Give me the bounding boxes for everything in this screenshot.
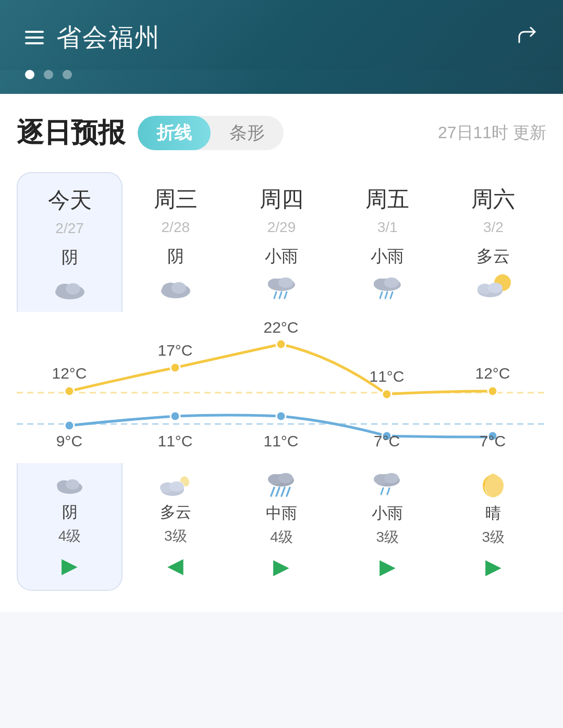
night-col-3: 小雨 3级 ▶ (335, 463, 440, 591)
wind-level-0: 4级 (58, 526, 81, 546)
days-grid: 今天 2/27 阴 周三 2/28 阴 (17, 172, 546, 312)
update-time: 27日11时 更新 (438, 122, 546, 144)
night-desc-4: 晴 (485, 503, 501, 524)
dot-3[interactable] (63, 70, 72, 79)
day-icon-3 (366, 273, 408, 300)
svg-text:12°C: 12°C (52, 365, 87, 382)
day-name-1: 周三 (154, 185, 198, 214)
svg-text:11°C: 11°C (369, 368, 404, 385)
section-header: 逐日预报 折线 条形 27日11时 更新 (17, 115, 546, 151)
toggle-line-btn[interactable]: 折线 (138, 116, 211, 150)
svg-point-27 (488, 386, 497, 396)
share-icon[interactable] (515, 23, 538, 52)
dot-2[interactable] (44, 70, 53, 79)
svg-point-8 (278, 277, 293, 288)
day-col-today: 今天 2/27 阴 (17, 172, 123, 312)
day-desc-3: 小雨 (371, 245, 404, 268)
day-desc-0: 阴 (62, 246, 78, 269)
section-title: 逐日预报 (17, 115, 125, 151)
svg-line-16 (385, 292, 387, 298)
day-date-3: 3/1 (377, 219, 398, 236)
wind-level-1: 3级 (164, 526, 187, 546)
night-desc-3: 小雨 (372, 503, 403, 524)
day-name-3: 周五 (365, 185, 409, 214)
svg-point-25 (276, 339, 286, 349)
svg-line-54 (276, 488, 279, 496)
day-desc-1: 阴 (167, 245, 184, 268)
night-icon-3 (369, 471, 406, 499)
wind-dir-2[interactable]: ▶ (273, 554, 289, 578)
day-date-0: 2/27 (55, 220, 84, 237)
wind-dir-4[interactable]: ▶ (485, 554, 501, 578)
wind-level-4: 3级 (482, 527, 505, 547)
svg-line-53 (271, 488, 274, 496)
chart-toggle: 折线 条形 (138, 116, 284, 150)
svg-line-11 (285, 292, 287, 298)
svg-text:22°C: 22°C (263, 319, 298, 336)
svg-point-34 (65, 421, 74, 430)
svg-text:11°C: 11°C (263, 432, 298, 450)
header-left: 省会福州 (25, 21, 161, 54)
day-date-1: 2/28 (162, 219, 190, 236)
night-col-4: 晴 3级 ▶ (440, 463, 546, 591)
svg-text:12°C: 12°C (475, 365, 510, 382)
svg-line-60 (381, 488, 383, 494)
day-desc-2: 小雨 (265, 245, 298, 268)
day-name-4: 周六 (471, 185, 515, 214)
svg-text:9°C: 9°C (56, 432, 82, 450)
night-grid: 阴 4级 ▶ 多云 3级 ◀ (17, 463, 546, 591)
svg-point-59 (384, 473, 399, 483)
svg-line-61 (387, 488, 389, 494)
header: 省会福州 (0, 0, 563, 70)
day-desc-4: 多云 (476, 245, 510, 268)
weather-section: 今天 2/27 阴 周三 2/28 阴 (17, 172, 546, 591)
night-desc-2: 中雨 (266, 503, 297, 524)
day-icon-4 (472, 273, 514, 300)
day-date-2: 2/29 (267, 219, 296, 236)
svg-point-2 (66, 283, 80, 295)
night-icon-1 (157, 471, 194, 498)
wind-dir-3[interactable]: ▶ (380, 554, 396, 578)
day-icon-0 (49, 274, 91, 301)
svg-text:7°C: 7°C (374, 432, 400, 450)
svg-text:11°C: 11°C (157, 432, 192, 450)
svg-line-56 (287, 488, 290, 496)
svg-line-9 (274, 292, 276, 298)
svg-point-24 (170, 363, 180, 372)
svg-point-21 (488, 283, 503, 293)
svg-point-14 (384, 277, 399, 288)
temp-chart-area: 12°C 17°C 22°C 11°C 12°C (17, 312, 546, 458)
night-icon-2 (263, 471, 300, 499)
day-name-0: 今天 (48, 186, 92, 215)
svg-line-10 (279, 292, 282, 298)
svg-point-23 (65, 386, 74, 396)
day-name-2: 周四 (260, 185, 303, 214)
night-desc-0: 阴 (62, 502, 78, 523)
wind-level-2: 4级 (270, 527, 293, 547)
night-col-1: 多云 3级 ◀ (123, 463, 228, 591)
city-title: 省会福州 (56, 21, 161, 54)
svg-line-17 (390, 292, 393, 298)
svg-line-15 (380, 292, 382, 298)
svg-point-26 (382, 390, 391, 399)
wind-dir-1[interactable]: ◀ (167, 553, 183, 577)
svg-point-46 (66, 479, 79, 490)
toggle-bar-btn[interactable]: 条形 (211, 116, 284, 150)
day-col-2: 周四 2/29 小雨 (228, 172, 334, 312)
svg-text:17°C: 17°C (157, 342, 192, 359)
day-col-1: 周三 2/28 阴 (123, 172, 228, 312)
wind-level-3: 3级 (376, 527, 399, 547)
svg-point-49 (169, 481, 184, 492)
night-col-today: 阴 4级 ▶ (17, 463, 123, 591)
svg-point-52 (278, 473, 293, 483)
night-icon-4 (474, 471, 512, 499)
main-content: 逐日预报 折线 条形 27日11时 更新 今天 2/27 阴 (0, 94, 563, 612)
wind-dir-0[interactable]: ▶ (62, 553, 78, 577)
svg-text:7°C: 7°C (480, 432, 506, 450)
day-icon-2 (261, 273, 302, 300)
svg-point-36 (276, 411, 286, 421)
menu-icon[interactable] (25, 31, 44, 44)
night-icon-0 (51, 471, 89, 498)
page-dots (0, 70, 563, 94)
dot-1[interactable] (25, 70, 34, 79)
